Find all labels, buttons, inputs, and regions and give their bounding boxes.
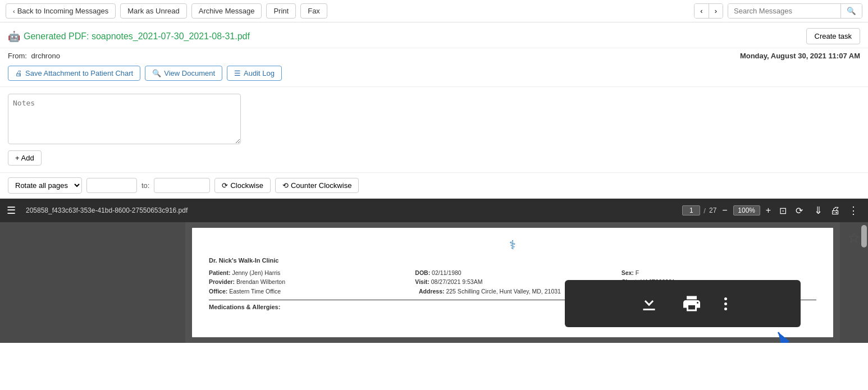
info-col-office: Office: Eastern Time Office <box>209 287 408 296</box>
dob-value: 02/11/1980 <box>432 269 462 276</box>
to-label: to: <box>141 181 149 190</box>
dark-tooltip <box>565 280 801 327</box>
office-label: Office: <box>209 288 227 295</box>
from-label: From: <box>8 52 27 60</box>
rotate-from-input[interactable] <box>86 178 137 193</box>
add-button[interactable]: + Add <box>8 150 42 166</box>
notes-textarea[interactable] <box>8 94 241 144</box>
info-col-provider: Provider: Brendan Wilberton <box>209 277 404 287</box>
chevron-left-icon: ‹ <box>13 8 15 15</box>
save-attachment-button[interactable]: 🖨 Save Attachment to Patient Chart <box>8 66 140 81</box>
zoom-in-button[interactable]: + <box>764 205 773 215</box>
dot-1 <box>724 297 727 300</box>
pdf-more-button[interactable]: ⋮ <box>846 203 861 218</box>
search-input[interactable] <box>728 4 840 18</box>
list-icon: ☰ <box>234 69 241 77</box>
top-bar: ‹ Back to Incoming Messages Mark as Unre… <box>0 0 868 22</box>
counter-clockwise-button[interactable]: ⟲ Counter Clockwise <box>275 178 359 193</box>
pdf-scrollbar[interactable] <box>861 225 867 247</box>
tooltip-print-icon[interactable] <box>682 293 702 314</box>
pdf-toolbar: ☰ 205858_f433c63f-353e-41bd-8600-2755065… <box>0 199 868 222</box>
tooltip-download-icon[interactable] <box>639 293 659 314</box>
message-header: 🤖 Generated PDF: soapnotes_2021-07-30_20… <box>0 22 868 48</box>
create-task-button[interactable]: Create task <box>806 28 860 44</box>
view-document-label: View Document <box>164 69 215 77</box>
info-col-sex: Sex: F <box>622 268 816 278</box>
meta-row: From: drchrono Monday, August 30, 2021 1… <box>0 48 868 62</box>
fax-button[interactable]: Fax <box>300 3 327 19</box>
rotate-select[interactable]: Rotate all pages <box>8 177 82 194</box>
pdf-zoom-value: 100% <box>733 205 760 215</box>
pdf-viewer: ☰ 205858_f433c63f-353e-41bd-8600-2755065… <box>0 199 868 343</box>
pdf-page-controls: / 27 − 100% + ⊡ ⟳ <box>682 204 806 217</box>
message-title-text: Generated PDF: soapnotes_2021-07-30_2021… <box>24 31 250 42</box>
pdf-download-button[interactable]: ⇓ <box>811 203 825 218</box>
nav-arrows: ‹ › <box>694 3 723 19</box>
clinic-name: Dr. Nick's Walk-In Clinic <box>209 256 816 266</box>
date-field: Monday, August 30, 2021 11:07 AM <box>740 52 860 60</box>
from-value: drchrono <box>31 52 60 60</box>
dob-label: DOB: <box>415 269 430 276</box>
view-document-button[interactable]: 🔍 View Document <box>145 66 222 81</box>
clockwise-icon: ⟳ <box>222 181 228 190</box>
star-button[interactable]: ☆ <box>847 230 860 247</box>
back-label: Back to Incoming Messages <box>17 7 109 15</box>
action-row: 🖨 Save Attachment to Patient Chart 🔍 Vie… <box>0 62 868 87</box>
dot-3 <box>724 308 727 310</box>
rotate-to-input[interactable] <box>154 178 210 193</box>
rotate-section: Rotate all pages to: ⟳ Clockwise ⟲ Count… <box>0 172 868 199</box>
visit-value: 08/27/2021 9:53AM <box>431 278 483 285</box>
audit-log-button[interactable]: ☰ Audit Log <box>227 66 282 81</box>
tooltip-more-icon[interactable] <box>724 297 727 310</box>
zoom-out-button[interactable]: − <box>720 205 729 215</box>
download-svg <box>639 293 659 314</box>
pdf-right-icons: ⇓ 🖨 ⋮ <box>811 203 861 218</box>
rotate-page-button[interactable]: ⟳ <box>793 204 806 217</box>
from-field: From: drchrono <box>8 52 60 60</box>
counter-clockwise-icon: ⟲ <box>282 181 289 190</box>
provider-value: Brendan Wilberton <box>236 278 285 285</box>
tooltip-overlay <box>565 280 801 327</box>
search-wrapper: 🔍 <box>728 3 862 19</box>
info-col-patient: Patient: Jenny (Jen) Harris <box>209 268 404 278</box>
eye-icon: 🔍 <box>152 69 161 77</box>
back-button[interactable]: ‹ Back to Incoming Messages <box>6 3 116 19</box>
clockwise-label: Clockwise <box>230 181 263 190</box>
audit-log-label: Audit Log <box>244 69 275 77</box>
counter-clockwise-label: Counter Clockwise <box>291 181 351 190</box>
pdf-sidebar-left <box>0 222 185 343</box>
notes-section: + Add <box>0 87 868 172</box>
pdf-page-separator: / <box>703 207 706 215</box>
info-row-1: Patient: Jenny (Jen) Harris DOB: 02/11/1… <box>209 268 816 278</box>
info-col-dob: DOB: 02/11/1980 <box>415 268 610 278</box>
search-button[interactable]: 🔍 <box>840 4 862 18</box>
printer-icon: 🖨 <box>15 69 22 77</box>
pdf-page-input[interactable] <box>682 205 700 215</box>
visit-label: Visit: <box>415 278 429 285</box>
address-label: Address: <box>419 288 445 295</box>
pdf-filename: 205858_f433c63f-353e-41bd-8600-27550653c… <box>26 207 677 214</box>
sex-value: F <box>636 269 639 276</box>
address-value: 225 Schilling Circle, Hunt Valley, MD, 2… <box>446 288 560 295</box>
message-title: 🤖 Generated PDF: soapnotes_2021-07-30_20… <box>8 30 250 43</box>
pdf-total-pages: 27 <box>709 207 716 214</box>
office-value: Eastern Time Office <box>229 288 281 295</box>
dot-2 <box>724 302 727 305</box>
prev-message-button[interactable]: ‹ <box>695 4 709 18</box>
save-attachment-label: Save Attachment to Patient Chart <box>25 69 133 77</box>
pdf-print-button[interactable]: 🖨 <box>828 204 843 218</box>
next-message-button[interactable]: › <box>709 4 723 18</box>
hamburger-icon[interactable]: ☰ <box>7 204 16 217</box>
fit-page-button[interactable]: ⊡ <box>776 204 789 217</box>
patient-label: Patient: <box>209 269 231 276</box>
mark-unread-button[interactable]: Mark as Unread <box>120 3 186 19</box>
caduceus-icon: ⚕ <box>209 239 816 251</box>
print-button[interactable]: Print <box>266 3 296 19</box>
patient-value: Jenny (Jen) Harris <box>232 269 280 276</box>
provider-label: Provider: <box>209 278 235 285</box>
sex-label: Sex: <box>622 269 634 276</box>
clockwise-button[interactable]: ⟳ Clockwise <box>214 178 271 193</box>
print-svg <box>682 293 702 314</box>
robot-icon: 🤖 <box>8 30 20 43</box>
archive-button[interactable]: Archive Message <box>191 3 262 19</box>
